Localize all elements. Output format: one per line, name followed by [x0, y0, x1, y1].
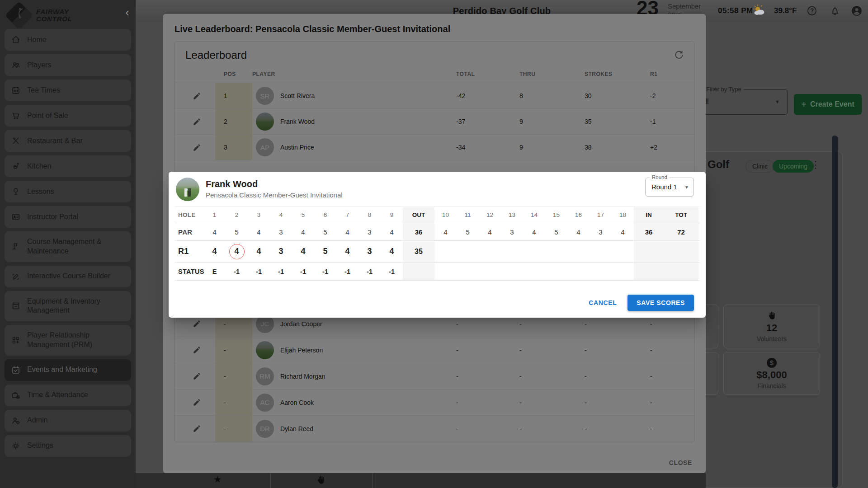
save-scores-button[interactable]: SAVE SCORES: [627, 295, 694, 311]
hole-6-cell: 6: [314, 207, 336, 223]
hole-1-cell: 1: [203, 207, 226, 223]
sidebar-item-settings[interactable]: Settings: [5, 435, 131, 457]
round-select[interactable]: Round Round 1 ▼: [645, 178, 694, 197]
financials-amount: $8,000: [756, 369, 787, 381]
birdie-circle: 4: [229, 244, 245, 259]
in-cell: 36: [634, 223, 664, 240]
sidebar-item-point-of-sale[interactable]: Point of Sale: [5, 105, 131, 127]
scorecard-row-status: STATUSE-1-1-1-1-1-1-1-1: [175, 263, 700, 281]
time-icon: [11, 390, 21, 400]
hole-11-cell[interactable]: [457, 241, 479, 262]
sidebar-item-restaurant-bar[interactable]: Restaurant & Bar: [5, 130, 131, 152]
hole-2-cell: 2: [226, 207, 248, 223]
hole-9-cell: 4: [381, 223, 403, 240]
scorecard-player-name: Frank Wood: [206, 179, 343, 189]
in-cell: [634, 263, 664, 280]
hole-14-cell: 14: [523, 207, 545, 223]
sidebar-item-course-management-maintenance[interactable]: Course Management & Maintenance: [5, 231, 131, 262]
hole-17-cell: 3: [590, 223, 612, 240]
sidebar-item-label: Point of Sale: [27, 111, 68, 121]
hand-icon: [316, 475, 326, 485]
scorecard-row-par: PAR454345434364543454343672: [175, 223, 700, 241]
scorecard-table: HOLE123456789OUT101112131415161718INTOTP…: [175, 206, 700, 281]
event-menu-icon[interactable]: ⋮: [811, 159, 821, 171]
user-avatar-icon[interactable]: [851, 5, 863, 17]
hole-8-cell[interactable]: 3: [359, 241, 381, 262]
hole-1-cell: 4: [203, 223, 226, 240]
sidebar-item-admin[interactable]: Admin: [5, 410, 131, 432]
divider: [270, 473, 271, 488]
stat-card-financials: $ $8,000 Financials: [723, 352, 820, 395]
clock-time: 05:58 PM: [718, 6, 753, 15]
players-icon: [11, 60, 21, 70]
page-scrollbar[interactable]: [832, 136, 838, 488]
hole-12-cell[interactable]: [479, 241, 501, 262]
sidebar-item-instructor-portal[interactable]: Instructor Portal: [5, 206, 131, 228]
create-event-button[interactable]: + Create Event: [794, 94, 862, 115]
sidebar-item-events-and-marketing[interactable]: Events and Marketing: [5, 359, 131, 381]
sidebar-collapse-icon[interactable]: ‹: [125, 6, 129, 18]
sidebar-item-equipment-inventory-management[interactable]: Equipment & Inventory Management: [5, 291, 131, 322]
hole-1-cell[interactable]: 4: [203, 241, 226, 262]
hole-16-cell: [567, 263, 590, 280]
hole-11-cell: [457, 263, 479, 280]
hole-9-cell: 9: [381, 207, 403, 223]
brand-logo: FAIRWAYCONTROL ‹: [0, 0, 136, 27]
sidebar-item-label: Kitchen: [27, 162, 51, 171]
sidebar-item-lessons[interactable]: Lessons: [5, 181, 131, 202]
hole-6-cell: -1: [314, 263, 336, 280]
hole-17-cell[interactable]: [590, 241, 612, 262]
lessons-icon: [11, 187, 21, 197]
hole-4-cell[interactable]: 3: [270, 241, 292, 262]
hole-7-cell[interactable]: 4: [336, 241, 359, 262]
hole-6-cell: 5: [314, 223, 336, 240]
hole-18-cell[interactable]: [612, 241, 634, 262]
hole-10-cell: [434, 263, 457, 280]
cancel-button[interactable]: CANCEL: [583, 295, 622, 310]
hole-6-cell[interactable]: 5: [314, 241, 336, 262]
hole-7-cell: 7: [336, 207, 359, 223]
notifications-icon[interactable]: [829, 5, 841, 17]
sidebar-item-label: Events and Marketing: [27, 365, 97, 375]
sidebar-item-label: Course Management & Maintenance: [27, 237, 125, 256]
sidebar-item-players[interactable]: Players: [5, 54, 131, 76]
prm-icon: [11, 335, 21, 345]
sidebar-item-label: Players: [27, 61, 51, 70]
hole-7-cell: 4: [336, 223, 359, 240]
home-icon: [11, 35, 21, 45]
sidebar-item-tee-times[interactable]: Tee Times: [5, 80, 131, 101]
hole-8-cell: -1: [359, 263, 381, 280]
hole-11-cell: 11: [457, 207, 479, 223]
hole-15-cell[interactable]: [545, 241, 567, 262]
help-icon[interactable]: [806, 5, 818, 17]
out-cell: OUT: [403, 207, 434, 223]
sidebar-item-kitchen[interactable]: Kitchen: [5, 155, 131, 177]
scorecard-row-hole: HOLE123456789OUT101112131415161718INTOT: [175, 207, 700, 223]
out-cell: 36: [403, 223, 434, 240]
builder-icon: [11, 272, 21, 282]
hole-15-cell: [545, 263, 567, 280]
hole-5-cell[interactable]: 4: [292, 241, 314, 262]
hole-8-cell: 3: [359, 223, 381, 240]
hole-10-cell[interactable]: [434, 241, 457, 262]
sidebar-item-label: Interactive Course Builder: [27, 272, 110, 281]
tot-cell: [664, 241, 698, 262]
hole-9-cell[interactable]: 4: [381, 241, 403, 262]
sidebar-item-home[interactable]: Home: [5, 29, 131, 51]
hole-13-cell[interactable]: [501, 241, 523, 262]
hole-13-cell: 13: [501, 207, 523, 223]
hole-14-cell[interactable]: [523, 241, 545, 262]
hole-2-cell[interactable]: 4: [226, 241, 248, 262]
course-icon: [11, 242, 21, 252]
sidebar-item-interactive-course-builder[interactable]: Interactive Course Builder: [5, 266, 131, 287]
date-month: September: [668, 2, 701, 11]
sidebar-item-time-attendance[interactable]: Time & Attendance: [5, 385, 131, 406]
filter-label: Filter by Type: [704, 86, 744, 93]
background-stats-strip: ★: [136, 473, 706, 488]
hole-3-cell: -1: [248, 263, 270, 280]
sidebar-item-player-relationship-management-prm[interactable]: Player Relationship Management (PRM): [5, 325, 131, 356]
hole-5-cell: -1: [292, 263, 314, 280]
hole-10-cell: 4: [434, 223, 457, 240]
hole-16-cell[interactable]: [567, 241, 590, 262]
hole-3-cell[interactable]: 4: [248, 241, 270, 262]
